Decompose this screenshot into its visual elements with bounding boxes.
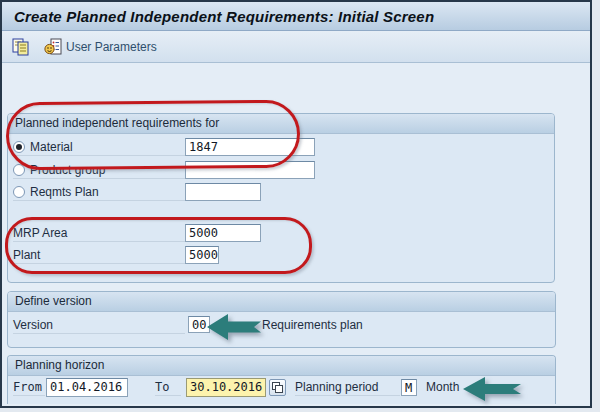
version-cell: Version — [13, 316, 185, 334]
annotation-arrow-horizon — [463, 375, 521, 403]
month-text: Month — [426, 380, 459, 394]
reqmts-plan-radio[interactable] — [13, 186, 25, 198]
planning-period-cell: Planning period — [295, 378, 400, 396]
annotation-ellipse-material — [6, 100, 301, 171]
copy-button[interactable] — [11, 37, 31, 57]
group-title: Define version — [8, 292, 555, 312]
overlapping-squares-icon — [271, 381, 284, 394]
user-parameters-button[interactable]: User Parameters — [43, 37, 157, 57]
focus-corner — [186, 392, 191, 397]
planning-period-input[interactable]: M — [401, 379, 417, 396]
reqmts-plan-label: Reqmts Plan — [30, 185, 99, 199]
focus-corner — [261, 378, 266, 383]
sap-window: Create Planned Independent Requirements:… — [0, 0, 592, 408]
page-title: Create Planned Independent Requirements:… — [14, 8, 434, 25]
reqmts-plan-radio-cell[interactable]: Reqmts Plan — [13, 183, 185, 201]
to-label: To — [155, 380, 169, 394]
annotation-arrow-version — [207, 312, 261, 342]
focus-corner — [186, 378, 191, 383]
planning-period-label: Planning period — [295, 380, 378, 394]
date-matchcode-button[interactable] — [269, 379, 286, 396]
version-label: Version — [13, 318, 53, 332]
copy-icon — [11, 37, 31, 57]
reqmts-plan-input[interactable] — [185, 183, 261, 201]
to-date-value: 30.10.2016 — [190, 380, 262, 394]
from-cell: From — [13, 378, 45, 396]
from-label: From — [13, 380, 42, 394]
to-cell: To — [155, 378, 181, 396]
group-title: Planning horizon — [8, 356, 555, 376]
application-toolbar: User Parameters — [2, 31, 590, 63]
user-parameters-icon — [43, 37, 63, 57]
requirements-plan-text: Requirements plan — [262, 318, 363, 332]
from-date-input[interactable]: 01.04.2016 — [46, 378, 128, 397]
user-parameters-label: User Parameters — [66, 40, 157, 54]
focus-corner — [261, 392, 266, 397]
annotation-ellipse-mrp-plant — [5, 217, 312, 274]
reqmts-plan-row: Reqmts Plan — [8, 183, 554, 201]
title-bar: Create Planned Independent Requirements:… — [2, 2, 590, 31]
screen-body: Planned independent requirements for Mat… — [2, 65, 590, 406]
group-define-version: Define version Version 00 Requirements p… — [7, 291, 556, 348]
version-row: Version 00 Requirements plan — [8, 316, 555, 334]
to-date-input[interactable]: 30.10.2016 — [186, 378, 266, 397]
